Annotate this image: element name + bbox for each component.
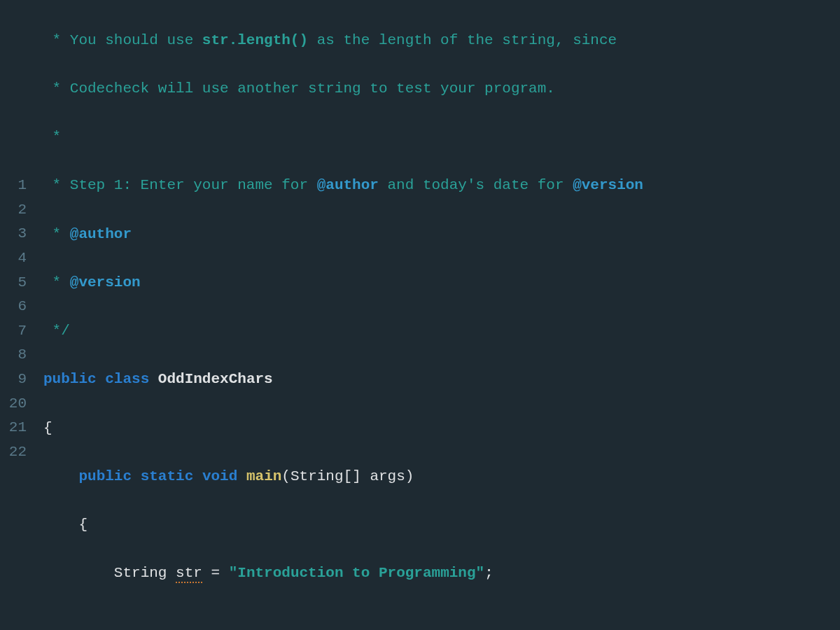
equals: =	[202, 565, 229, 581]
code-line[interactable]: * Codecheck will use another string to t…	[43, 77, 840, 102]
line-number	[0, 52, 27, 77]
paren: )	[405, 468, 414, 484]
semicolon: ;	[484, 565, 493, 581]
space	[193, 468, 202, 484]
code-line[interactable]: * Step 1: Enter your name for @author an…	[43, 174, 840, 198]
line-number: 21	[0, 416, 27, 440]
line-number	[0, 77, 27, 102]
code-line[interactable]: String str = "Introduction to Programmin…	[43, 561, 840, 586]
code-editor[interactable]: 1 2 3 4 5 6 7 8 9 20 21 22 * You should …	[0, 0, 840, 630]
class-name: OddIndexChars	[158, 371, 273, 387]
space	[132, 468, 141, 484]
line-number	[0, 101, 27, 125]
doc-comment: as the length of the string, since	[308, 32, 617, 48]
code-line[interactable]: {	[43, 513, 840, 538]
space	[237, 468, 246, 484]
code-line[interactable]: * You should use str.length() as the len…	[43, 29, 840, 53]
method-name: main	[246, 468, 281, 484]
doc-comment-close: */	[43, 323, 70, 339]
code-line[interactable]: public class OddIndexChars	[43, 368, 840, 392]
javadoc-tag: @author	[317, 177, 379, 193]
line-number: 9	[0, 368, 27, 392]
line-number: 1	[0, 174, 27, 198]
doc-comment: * Codecheck will use another string to t…	[43, 80, 555, 97]
doc-comment-code: str.length()	[202, 32, 308, 48]
array-brackets: []	[344, 468, 361, 484]
type-string: String	[290, 468, 344, 484]
line-number: 22	[0, 440, 27, 465]
line-number: 6	[0, 295, 27, 319]
keyword-class: class	[105, 371, 149, 387]
space	[167, 565, 176, 581]
doc-comment: and today's date for	[379, 177, 573, 193]
param-args: args	[361, 468, 405, 484]
line-number	[0, 29, 27, 53]
string-literal: "Introduction to Programming"	[229, 565, 484, 581]
brace: {	[78, 517, 88, 533]
line-number: 3	[0, 222, 27, 246]
keyword-public: public	[78, 468, 132, 484]
doc-comment: *	[43, 129, 61, 145]
brace: {	[43, 420, 52, 436]
paren: (	[281, 468, 290, 484]
line-number: 2	[0, 198, 27, 223]
code-line[interactable]: public static void main(String[] args)	[43, 465, 840, 489]
code-line[interactable]: {	[43, 416, 840, 441]
doc-comment: *	[43, 226, 70, 242]
keyword-void: void	[202, 468, 237, 484]
doc-comment: * You should use	[43, 32, 202, 48]
line-number: 4	[0, 246, 27, 271]
code-area[interactable]: * You should use str.length() as the len…	[32, 0, 840, 630]
javadoc-tag: @version	[573, 177, 643, 193]
line-number: 20	[0, 392, 27, 416]
line-number	[0, 150, 27, 174]
type-string: String	[114, 565, 167, 581]
doc-comment: * Step 1: Enter your name for	[43, 177, 317, 193]
doc-comment: *	[43, 274, 70, 290]
line-number-gutter: 1 2 3 4 5 6 7 8 9 20 21 22	[0, 0, 32, 630]
variable-str: str	[176, 565, 202, 583]
line-number: 7	[0, 319, 27, 344]
space	[149, 371, 158, 387]
keyword-public: public	[43, 371, 97, 387]
javadoc-tag-author: @author	[70, 226, 132, 242]
code-line[interactable]: * @version	[43, 271, 840, 295]
line-number: 5	[0, 271, 27, 295]
code-line[interactable]	[43, 610, 840, 630]
code-line[interactable]: *	[43, 125, 840, 150]
line-number	[0, 125, 27, 150]
javadoc-tag-version: @version	[70, 274, 141, 290]
space	[97, 371, 106, 387]
code-line[interactable]: */	[43, 319, 840, 344]
line-number	[0, 4, 27, 29]
code-line[interactable]: * @author	[43, 223, 840, 247]
keyword-static: static	[141, 468, 194, 484]
line-number: 8	[0, 343, 27, 368]
